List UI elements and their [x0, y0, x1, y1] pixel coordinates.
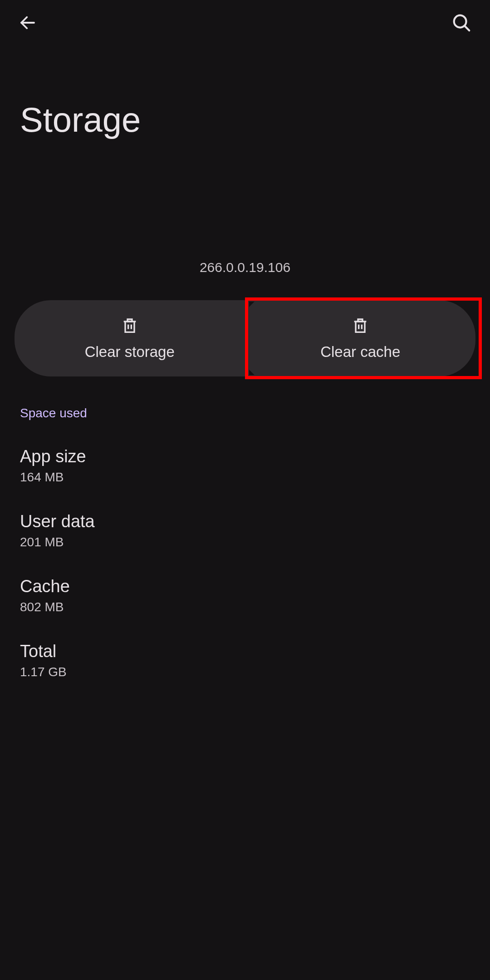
list-item: Total 1.17 GB — [20, 628, 470, 693]
list-item: Cache 802 MB — [20, 563, 470, 628]
info-label: Total — [20, 642, 470, 661]
clear-cache-label: Clear cache — [320, 343, 400, 361]
list-item: App size 164 MB — [20, 433, 470, 498]
info-value: 802 MB — [20, 600, 470, 614]
info-value: 201 MB — [20, 535, 470, 549]
info-label: Cache — [20, 577, 470, 596]
arrow-back-icon — [18, 13, 37, 32]
info-label: App size — [20, 447, 470, 466]
info-value: 1.17 GB — [20, 665, 470, 679]
info-value: 164 MB — [20, 470, 470, 485]
space-used-header: Space used — [0, 376, 490, 433]
back-button[interactable] — [18, 13, 37, 32]
trash-icon — [121, 316, 139, 336]
clear-storage-label: Clear storage — [85, 343, 175, 361]
page-title: Storage — [0, 45, 490, 158]
search-button[interactable] — [451, 12, 472, 33]
clear-cache-button[interactable]: Clear cache — [245, 300, 476, 376]
action-button-row: Clear storage Clear cache — [15, 300, 475, 376]
app-version: 266.0.0.19.106 — [0, 260, 490, 275]
search-icon — [451, 12, 472, 33]
space-used-list: App size 164 MB User data 201 MB Cache 8… — [0, 433, 490, 693]
svg-line-2 — [465, 26, 469, 30]
clear-storage-button[interactable]: Clear storage — [15, 300, 245, 376]
list-item: User data 201 MB — [20, 498, 470, 563]
info-label: User data — [20, 512, 470, 531]
trash-icon — [351, 316, 369, 336]
